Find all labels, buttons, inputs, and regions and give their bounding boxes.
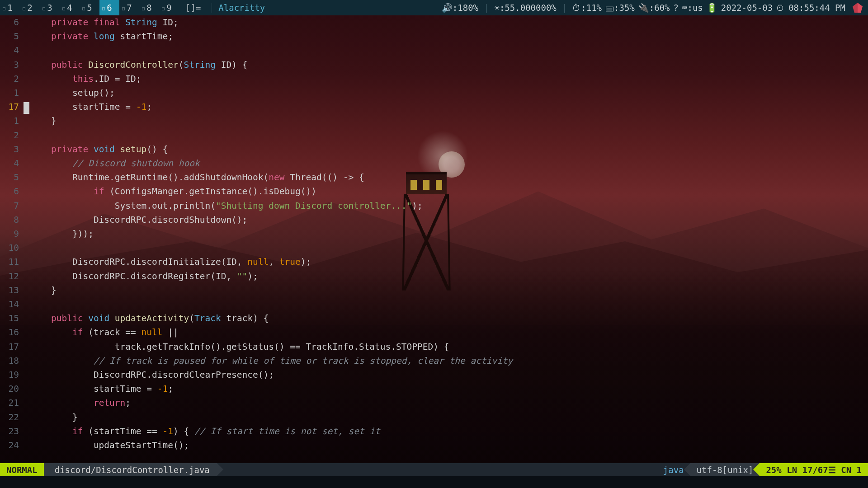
line-number: 6 [0, 184, 24, 198]
code-content[interactable]: } [30, 114, 868, 128]
code-content[interactable]: private final String ID; [30, 15, 868, 29]
code-content[interactable] [30, 241, 868, 255]
line-number: 21 [0, 396, 24, 410]
code-content[interactable]: } [30, 410, 868, 424]
distro-logo-icon[interactable] [853, 3, 863, 13]
code-line[interactable]: 12 DiscordRPC.discordRegister(ID, ""); [0, 269, 868, 283]
code-line[interactable]: 3 private void setup() { [0, 142, 868, 156]
code-line[interactable]: 23 if (startTime == -1) { // If start ti… [0, 424, 868, 438]
sign-column [24, 325, 30, 339]
line-number: 4 [0, 43, 24, 57]
window-title: Alacritty [217, 0, 265, 15]
code-content[interactable]: updateStartTime(); [30, 438, 868, 452]
code-line[interactable]: 21 return; [0, 396, 868, 410]
sign-column [24, 142, 30, 156]
line-number: 7 [0, 199, 24, 213]
code-content[interactable]: setup(); [30, 86, 868, 100]
code-line[interactable]: 16 if (track == null || [0, 325, 868, 339]
code-content[interactable]: })); [30, 227, 868, 241]
code-content[interactable] [30, 43, 868, 57]
code-content[interactable] [30, 297, 868, 311]
keyboard-layout-indicator[interactable]: ⌨:us [682, 0, 703, 15]
code-line[interactable]: 20 startTime = -1; [0, 382, 868, 396]
code-line[interactable]: 14 [0, 297, 868, 311]
workspace-5[interactable]: □5 [80, 0, 99, 15]
code-content[interactable]: DiscordRPC.discordInitialize(ID, null, t… [30, 255, 868, 269]
code-content[interactable]: // Discord shutdown hook [30, 156, 868, 170]
line-number: 6 [0, 15, 24, 29]
code-line[interactable]: 11 DiscordRPC.discordInitialize(ID, null… [0, 255, 868, 269]
sign-column [24, 410, 30, 424]
code-content[interactable]: DiscordRPC.discordRegister(ID, ""); [30, 269, 868, 283]
workspace-2[interactable]: □2 [20, 0, 40, 15]
charge-icon: 🔋 [707, 0, 717, 15]
brightness-indicator[interactable]: ☀:55.000000% [495, 0, 557, 15]
workspace-7[interactable]: □7 [119, 0, 139, 15]
sign-column [24, 354, 30, 368]
code-line[interactable]: 8 DiscordRPC.discordShutdown(); [0, 213, 868, 227]
code-line[interactable]: 6 if (ConfigsManger.getInstance().isDebu… [0, 184, 868, 198]
code-content[interactable]: DiscordRPC.discordShutdown(); [30, 213, 868, 227]
code-content[interactable]: // If track is paused for while of time … [30, 354, 868, 368]
code-content[interactable]: private void setup() { [30, 142, 868, 156]
code-content[interactable]: this.ID = ID; [30, 72, 868, 86]
code-line[interactable]: 19 DiscordRPC.discordClearPresence(); [0, 368, 868, 382]
code-content[interactable]: if (startTime == -1) { // If start time … [30, 424, 868, 438]
code-content[interactable]: Runtime.getRuntime().addShutdownHook(new… [30, 170, 868, 184]
code-line[interactable]: 24 updateStartTime(); [0, 438, 868, 452]
code-line[interactable]: 9 })); [0, 227, 868, 241]
volume-indicator[interactable]: 🔊:180% [442, 0, 478, 15]
code-line[interactable]: 15 public void updateActivity(Track trac… [0, 311, 868, 325]
code-content[interactable]: startTime = -1; [30, 382, 868, 396]
code-content[interactable] [30, 128, 868, 142]
workspace-8[interactable]: □8 [139, 0, 159, 15]
code-line[interactable]: 18 // If track is paused for while of ti… [0, 354, 868, 368]
code-line[interactable]: 1 } [0, 114, 868, 128]
code-line[interactable]: 1 setup(); [0, 86, 868, 100]
code-content[interactable]: private long startTime; [30, 29, 868, 43]
code-line[interactable]: 4 [0, 43, 868, 57]
code-content[interactable]: DiscordRPC.discordClearPresence(); [30, 368, 868, 382]
sign-column [24, 382, 30, 396]
code-content[interactable]: } [30, 283, 868, 297]
sign-column [24, 311, 30, 325]
code-content[interactable]: System.out.println("Shutting down Discor… [30, 199, 868, 213]
sign-column [24, 170, 30, 184]
code-line[interactable]: 17 startTime = -1; [0, 100, 868, 114]
line-number: 15 [0, 311, 24, 325]
code-line[interactable]: 6 private final String ID; [0, 15, 868, 29]
code-content[interactable]: return; [30, 396, 868, 410]
separator-icon: ☰ [828, 465, 836, 475]
layout-indicator[interactable]: []= [179, 0, 207, 15]
code-line[interactable]: 17 track.getTrackInfo().getStatus() == T… [0, 340, 868, 354]
editor-viewport[interactable]: 6 private final String ID;5 private long… [0, 15, 868, 463]
sign-column [24, 368, 30, 382]
code-line[interactable]: 10 [0, 241, 868, 255]
code-line[interactable]: 2 [0, 128, 868, 142]
code-content[interactable]: startTime = -1; [30, 100, 868, 114]
code-content[interactable]: if (track == null || [30, 325, 868, 339]
code-content[interactable]: if (ConfigsManger.getInstance().isDebug(… [30, 184, 868, 198]
code-line[interactable]: 4 // Discord shutdown hook [0, 156, 868, 170]
line-number: 24 [0, 438, 24, 452]
code-line[interactable]: 5 Runtime.getRuntime().addShutdownHook(n… [0, 170, 868, 184]
code-line[interactable]: 3 public DiscordController(String ID) { [0, 58, 868, 72]
workspace-4[interactable]: □4 [60, 0, 80, 15]
code-content[interactable]: public void updateActivity(Track track) … [30, 311, 868, 325]
code-content[interactable]: public DiscordController(String ID) { [30, 58, 868, 72]
line-number: 11 [0, 255, 24, 269]
code-line[interactable]: 13 } [0, 283, 868, 297]
code-line[interactable]: 7 System.out.println("Shutting down Disc… [0, 199, 868, 213]
code-line[interactable]: 5 private long startTime; [0, 29, 868, 43]
workspace-3[interactable]: □3 [40, 0, 60, 15]
sign-column [24, 156, 30, 170]
code-line[interactable]: 2 this.ID = ID; [0, 72, 868, 86]
workspace-9[interactable]: □9 [159, 0, 179, 15]
workspace-6[interactable]: □6 [99, 0, 119, 15]
code-line[interactable]: 22 } [0, 410, 868, 424]
workspace-1[interactable]: □1 [0, 0, 20, 15]
vim-encoding: utf-8[unix] [690, 463, 760, 476]
vim-cmdline[interactable] [0, 476, 868, 488]
line-number: 4 [0, 156, 24, 170]
code-content[interactable]: track.getTrackInfo().getStatus() == Trac… [30, 340, 868, 354]
